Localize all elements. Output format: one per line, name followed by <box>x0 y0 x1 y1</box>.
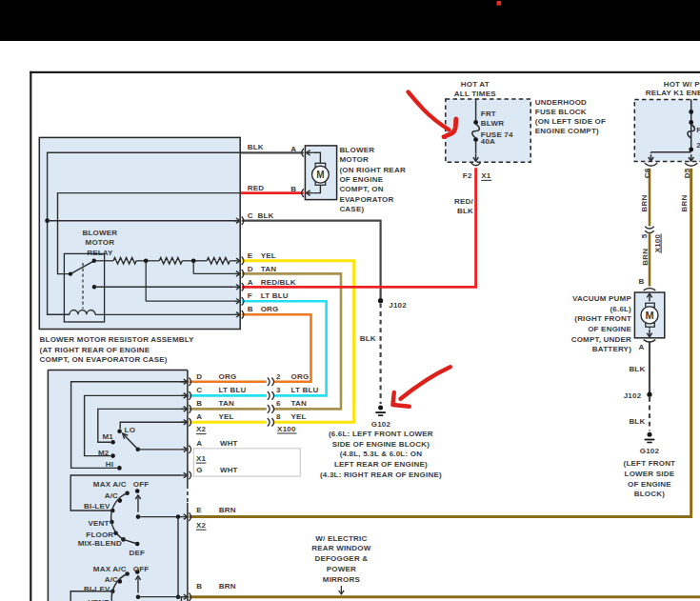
svg-text:LOWER SIDE: LOWER SIDE <box>625 470 675 478</box>
svg-text:WHT: WHT <box>220 439 238 448</box>
svg-text:FRT: FRT <box>481 110 496 118</box>
svg-text:BLWR: BLWR <box>481 119 504 128</box>
svg-text:B: B <box>639 277 645 286</box>
svg-text:TAN: TAN <box>291 399 307 408</box>
svg-text:BRN: BRN <box>219 582 236 591</box>
svg-text:A: A <box>290 145 296 153</box>
svg-text:M1: M1 <box>102 432 113 441</box>
svg-text:40A: 40A <box>481 137 495 146</box>
svg-text:G: G <box>196 466 202 474</box>
svg-text:OF ENGINE: OF ENGINE <box>588 325 631 333</box>
svg-text:EVAPORATOR: EVAPORATOR <box>339 195 393 204</box>
svg-text:RELAY K1 ENERGIZED: RELAY K1 ENERGIZED <box>646 89 700 97</box>
svg-text:B: B <box>290 185 296 193</box>
svg-text:OF ENGINE: OF ENGINE <box>628 480 671 489</box>
svg-text:RED/BLK: RED/BLK <box>261 278 296 287</box>
svg-text:HI: HI <box>106 460 113 469</box>
svg-text:HOT AT: HOT AT <box>461 80 490 89</box>
svg-text:BRN: BRN <box>680 195 689 212</box>
svg-text:ORG: ORG <box>261 305 279 313</box>
svg-text:ALL TIMES: ALL TIMES <box>454 90 496 98</box>
svg-text:CASE): CASE) <box>339 205 364 213</box>
svg-text:MOTOR: MOTOR <box>339 155 369 164</box>
svg-text:(AT RIGHT REAR OF ENGINE: (AT RIGHT REAR OF ENGINE <box>40 346 150 354</box>
svg-text:6: 6 <box>276 399 281 408</box>
svg-text:BLOCK): BLOCK) <box>634 490 665 498</box>
svg-text:D: D <box>196 372 202 381</box>
svg-text:25: 25 <box>696 141 700 150</box>
svg-text:RED: RED <box>248 184 265 192</box>
svg-text:BI-LEV: BI-LEV <box>84 502 110 511</box>
svg-text:X1: X1 <box>481 171 491 180</box>
svg-text:W/ ELECTRIC: W/ ELECTRIC <box>315 534 367 543</box>
svg-text:DEF: DEF <box>130 549 146 557</box>
svg-text:J102: J102 <box>624 391 642 400</box>
svg-text:LT BLU: LT BLU <box>261 291 289 300</box>
svg-text:B: B <box>196 582 202 591</box>
svg-text:BLOWER: BLOWER <box>339 146 374 154</box>
svg-text:REAR WINDOW: REAR WINDOW <box>311 544 370 552</box>
svg-text:ORG: ORG <box>291 372 310 381</box>
svg-text:MIX-BLEND: MIX-BLEND <box>78 539 122 548</box>
svg-text:C: C <box>196 386 202 394</box>
svg-text:A: A <box>196 439 202 448</box>
svg-text:SIDE OF ENGINE BLOCK): SIDE OF ENGINE BLOCK) <box>332 440 430 449</box>
svg-text:BLOWER MOTOR RESISTOR ASSEMBLY: BLOWER MOTOR RESISTOR ASSEMBLY <box>40 335 194 344</box>
svg-text:MAX A/C: MAX A/C <box>93 480 127 489</box>
svg-text:BRN: BRN <box>640 195 649 212</box>
svg-text:FU: FU <box>696 126 700 134</box>
svg-text:(ON RIGHT REAR: (ON RIGHT REAR <box>339 166 405 174</box>
svg-text:8: 8 <box>276 412 281 421</box>
svg-text:DEFOGGER &: DEFOGGER & <box>315 554 369 563</box>
svg-text:A: A <box>639 343 645 351</box>
svg-text:FUSE BLOCK: FUSE BLOCK <box>535 108 587 116</box>
svg-text:B: B <box>248 305 253 313</box>
svg-text:C8: C8 <box>643 168 651 178</box>
svg-text:(ON LEFT SIDE OF: (ON LEFT SIDE OF <box>535 117 606 126</box>
svg-text:LT BLU: LT BLU <box>291 386 319 394</box>
svg-text:D: D <box>248 265 253 273</box>
svg-text:LEFT REAR OF ENGINE): LEFT REAR OF ENGINE) <box>334 460 428 469</box>
svg-text:F: F <box>248 291 252 300</box>
svg-text:BLK: BLK <box>360 334 376 343</box>
svg-text:UNDERHOOD: UNDERHOOD <box>535 98 587 107</box>
svg-text:3: 3 <box>276 386 281 394</box>
svg-text:COMPT, ON EVAPORATOR CASE): COMPT, ON EVAPORATOR CASE) <box>40 355 168 364</box>
svg-text:YEL: YEL <box>261 251 276 260</box>
svg-text:5: 5 <box>640 233 649 238</box>
svg-text:M: M <box>645 310 653 321</box>
svg-text:COMPT, UNDER: COMPT, UNDER <box>571 335 631 344</box>
svg-text:X2: X2 <box>196 521 207 530</box>
svg-text:MOTOR: MOTOR <box>86 238 115 247</box>
svg-text:G102: G102 <box>371 420 391 429</box>
svg-text:POWER: POWER <box>327 565 356 573</box>
svg-text:ENGINE COMPT): ENGINE COMPT) <box>535 127 599 135</box>
svg-text:BLK: BLK <box>248 143 264 151</box>
svg-text:M2: M2 <box>98 449 110 457</box>
svg-text:YEL: YEL <box>291 412 307 421</box>
svg-text:M: M <box>316 170 324 180</box>
svg-text:2: 2 <box>276 372 281 381</box>
svg-text:OFF: OFF <box>133 565 150 573</box>
svg-text:BLK: BLK <box>457 207 473 215</box>
svg-text:(RIGHT FRONT: (RIGHT FRONT <box>574 314 631 323</box>
svg-text:C: C <box>248 211 253 220</box>
svg-text:WHT: WHT <box>220 466 238 474</box>
svg-text:BATTERY): BATTERY) <box>592 345 631 353</box>
svg-text:A: A <box>196 412 202 421</box>
svg-text:X2: X2 <box>196 425 207 433</box>
svg-text:X1: X1 <box>196 454 207 463</box>
svg-text:HOT W/ PUMP: HOT W/ PUMP <box>664 80 700 89</box>
svg-text:A/C: A/C <box>105 575 118 584</box>
svg-text:(6.6L: LEFT FRONT LOWER: (6.6L: LEFT FRONT LOWER <box>329 430 433 438</box>
svg-text:FLOOR: FLOOR <box>86 531 113 539</box>
svg-text:G102: G102 <box>640 447 660 455</box>
svg-text:VACUUM PUMP: VACUUM PUMP <box>572 294 632 303</box>
svg-text:TAN: TAN <box>261 265 276 273</box>
svg-text:B: B <box>196 399 202 408</box>
svg-text:ORG: ORG <box>219 372 237 381</box>
svg-text:A: A <box>248 278 253 287</box>
svg-text:RED/: RED/ <box>454 197 473 206</box>
svg-text:BLK: BLK <box>629 417 645 426</box>
svg-text:BLK: BLK <box>629 365 645 373</box>
